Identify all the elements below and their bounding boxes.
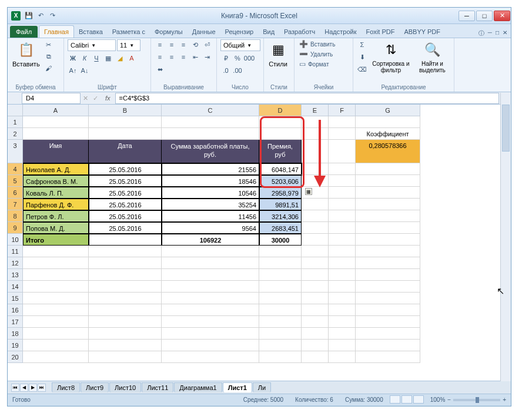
autosum-icon[interactable]: Σ [357, 39, 367, 50]
underline-icon[interactable]: Ч [91, 53, 102, 63]
cell[interactable] [162, 257, 259, 269]
zoom-out-icon[interactable]: − [447, 397, 451, 403]
font-color-icon[interactable]: A [126, 53, 137, 63]
cell[interactable] [302, 199, 329, 210]
cell[interactable] [162, 128, 259, 140]
sort-filter-button[interactable]: ⇅ Сортировка и фильтр [370, 39, 412, 75]
mdi-close-icon[interactable]: ✕ [503, 29, 507, 38]
sum-cell[interactable]: 10546 [162, 187, 259, 199]
delete-cells-button[interactable]: ➖Удалить [298, 49, 334, 59]
ribbon-tab[interactable]: Главная [39, 25, 74, 38]
cell[interactable] [23, 257, 89, 269]
row-header[interactable]: 13 [8, 269, 23, 281]
row-header[interactable]: 12 [8, 257, 23, 269]
cell[interactable] [89, 328, 162, 340]
formula-bar[interactable]: =C4*$G$3 [115, 93, 499, 104]
cell[interactable] [89, 269, 162, 281]
cell[interactable] [356, 304, 420, 316]
sheet-nav-first-icon[interactable]: ⏮ [11, 384, 19, 392]
cell[interactable] [162, 269, 259, 281]
row-header[interactable]: 19 [8, 340, 23, 351]
date-cell[interactable]: 25.05.2016 [89, 187, 162, 199]
cell[interactable] [259, 340, 302, 351]
shrink-font-icon[interactable]: A↓ [79, 65, 90, 76]
cell[interactable] [162, 316, 259, 328]
column-header[interactable]: C [162, 105, 259, 116]
premium-cell[interactable]: 5203,606 [259, 175, 302, 187]
cell[interactable] [162, 351, 259, 363]
insert-cells-button[interactable]: ➕Вставить [298, 39, 336, 49]
cell[interactable] [329, 187, 356, 199]
cell[interactable] [23, 281, 89, 293]
cell[interactable] [329, 175, 356, 187]
row-header[interactable]: 18 [8, 328, 23, 340]
cell[interactable] [356, 351, 420, 363]
cell[interactable] [329, 328, 356, 340]
row-header[interactable]: 5 [8, 175, 23, 187]
row-header[interactable]: 2 [8, 128, 23, 140]
ribbon-tab[interactable]: ABBYY PDF [399, 26, 445, 38]
table-header[interactable]: Сумма заработной платы, руб. [162, 140, 259, 163]
sheet-tab[interactable]: Диаграмма1 [174, 382, 222, 392]
column-header[interactable]: D [259, 105, 302, 116]
align-left-icon[interactable]: ≡ [155, 52, 165, 62]
align-middle-icon[interactable]: ≡ [166, 39, 177, 50]
cell[interactable] [302, 128, 329, 140]
row-header[interactable]: 1 [8, 116, 23, 128]
cell[interactable] [259, 281, 302, 293]
zoom-in-icon[interactable]: + [503, 397, 506, 403]
date-cell[interactable]: 25.05.2016 [89, 175, 162, 187]
cell[interactable] [89, 257, 162, 269]
number-format-combo[interactable]: Общий▼ [220, 39, 260, 51]
table-header[interactable]: Дата [89, 140, 162, 163]
name-box[interactable]: D4 [22, 93, 81, 104]
cell[interactable] [162, 293, 259, 304]
cell[interactable] [89, 351, 162, 363]
cell[interactable] [89, 128, 162, 140]
koef-value[interactable]: 0,280578366 [356, 140, 420, 163]
merge-icon[interactable]: ⬌ [155, 64, 165, 75]
premium-cell[interactable]: 2958,979 [259, 187, 302, 199]
cell[interactable] [329, 210, 356, 222]
wrap-text-icon[interactable]: ⏎ [202, 39, 212, 50]
name-cell[interactable]: Николаев А. Д. [23, 163, 89, 175]
row-header[interactable]: 8 [8, 210, 23, 222]
cell[interactable] [162, 246, 259, 257]
cell[interactable] [23, 293, 89, 304]
ribbon-tab[interactable]: Данные [188, 26, 220, 38]
maximize-button[interactable]: □ [476, 11, 493, 21]
total-sum[interactable]: 106922 [162, 234, 259, 246]
sheet-tab[interactable]: Лист9 [81, 382, 109, 392]
cell[interactable] [259, 328, 302, 340]
cell[interactable] [356, 199, 420, 210]
cell[interactable] [89, 246, 162, 257]
ribbon-tab[interactable]: Рецензир [220, 26, 259, 38]
cell[interactable] [259, 128, 302, 140]
row-header[interactable]: 4 [8, 163, 23, 175]
copy-icon[interactable]: ⧉ [44, 51, 54, 62]
orientation-icon[interactable]: ⟲ [190, 39, 200, 50]
premium-cell[interactable]: 2683,451 [259, 222, 302, 234]
cell[interactable] [89, 316, 162, 328]
paste-button[interactable]: 📋 Вставить [11, 39, 41, 69]
cell[interactable] [329, 281, 356, 293]
cell[interactable] [302, 328, 329, 340]
cell[interactable] [302, 246, 329, 257]
cell[interactable] [162, 116, 259, 128]
cell[interactable] [356, 116, 420, 128]
row-header[interactable]: 16 [8, 304, 23, 316]
column-header[interactable]: G [356, 105, 420, 116]
cell[interactable] [356, 246, 420, 257]
cell[interactable] [23, 340, 89, 351]
name-cell[interactable]: Петров Ф. Л. [23, 210, 89, 222]
cell[interactable] [356, 269, 420, 281]
redo-icon[interactable]: ↷ [48, 11, 57, 21]
cell[interactable] [259, 269, 302, 281]
cell[interactable] [356, 210, 420, 222]
koef-label[interactable]: Коэффициент [356, 128, 420, 140]
row-header[interactable]: 10 [8, 234, 23, 246]
zoom-level[interactable]: 100% [430, 397, 446, 403]
cell[interactable] [302, 257, 329, 269]
indent-dec-icon[interactable]: ⇤ [190, 52, 200, 62]
row-header[interactable]: 7 [8, 199, 23, 210]
